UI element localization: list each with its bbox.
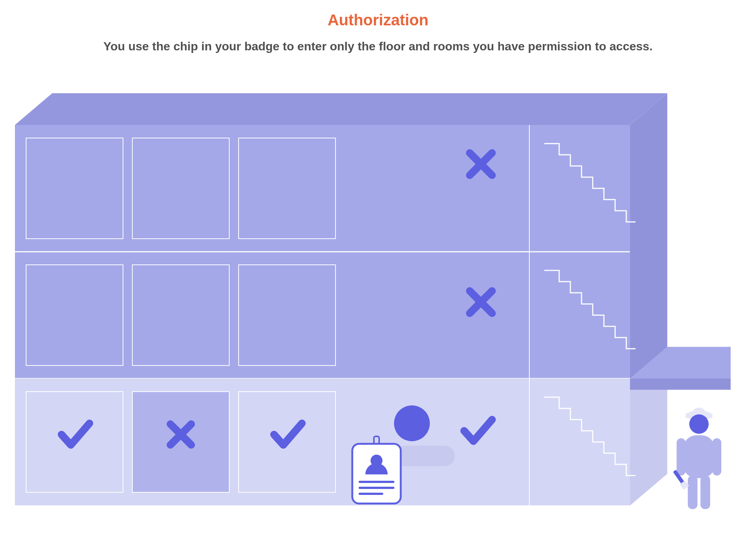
badge-icon bbox=[352, 436, 401, 503]
svg-marker-0 bbox=[15, 93, 667, 125]
svg-rect-13 bbox=[395, 446, 455, 466]
svg-rect-25 bbox=[712, 438, 721, 476]
entrance-awning bbox=[630, 379, 731, 390]
authorization-diagram bbox=[7, 88, 731, 535]
svg-point-12 bbox=[394, 405, 430, 441]
svg-point-22 bbox=[689, 414, 709, 434]
svg-rect-23 bbox=[683, 435, 715, 478]
svg-rect-24 bbox=[677, 438, 686, 476]
floor-1 bbox=[15, 379, 630, 505]
svg-rect-26 bbox=[688, 476, 697, 509]
page-title: Authorization bbox=[0, 11, 756, 29]
page-subtitle: You use the chip in your badge to enter … bbox=[0, 40, 756, 53]
svg-rect-27 bbox=[700, 476, 710, 509]
svg-point-21 bbox=[693, 408, 705, 415]
security-guard-icon bbox=[672, 408, 721, 509]
room-2-denied bbox=[132, 392, 229, 492]
